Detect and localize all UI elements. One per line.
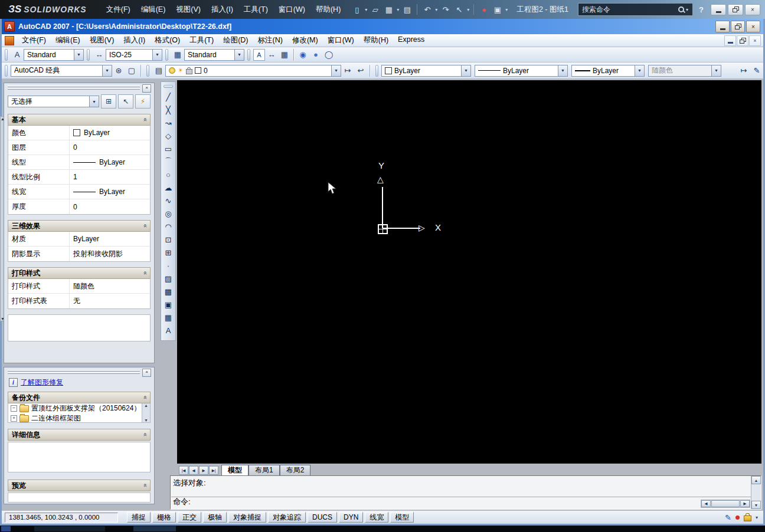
save-icon[interactable]: ▦	[382, 4, 395, 16]
restore-button[interactable]	[728, 4, 743, 15]
status-toggle-button[interactable]: 栅格	[152, 512, 176, 523]
close-button[interactable]: ×	[746, 21, 760, 32]
toolbar-grip[interactable]	[375, 65, 378, 77]
collapse-chevron-icon[interactable]	[141, 118, 148, 121]
dim-style-combo[interactable]: ISO-25	[106, 49, 162, 61]
table-style-combo[interactable]: Standard	[184, 49, 244, 61]
scroll-right-icon[interactable]: ▶	[740, 500, 750, 507]
table-row[interactable]: 线型比例 1	[8, 170, 150, 185]
menu-item[interactable]: 编辑(E)	[136, 2, 171, 17]
property-value[interactable]: 投射和接收阴影	[70, 247, 150, 261]
text-style-icon[interactable]: A	[11, 48, 24, 61]
autocad-titlebar[interactable]: A AutoCAD 2007 - [C:\Users\Administrator…	[2, 19, 763, 34]
section-header[interactable]: 打印样式	[8, 267, 151, 279]
table-row[interactable]: 线型 ByLayer	[8, 155, 150, 170]
status-toggle-button[interactable]: 极轴	[203, 512, 227, 523]
record-icon[interactable]: ●	[478, 4, 490, 16]
status-toggle-button[interactable]: 线宽	[365, 512, 388, 523]
chevron-down-icon[interactable]: ▾	[686, 7, 688, 12]
menu-item[interactable]: Express	[393, 34, 429, 47]
coordinate-readout[interactable]: 1381.3465, 100.3243 , 0.0000	[5, 513, 118, 523]
table-row[interactable]: 材质 ByLayer	[8, 232, 150, 247]
layer-on-icon[interactable]	[169, 67, 175, 74]
status-toggle-button[interactable]: 对象追踪	[268, 512, 306, 523]
table-row[interactable]: 线宽 ByLayer	[8, 185, 150, 199]
new-document-icon[interactable]: ▯	[351, 4, 363, 16]
chevron-down-icon[interactable]	[74, 50, 83, 60]
minimize-button[interactable]	[715, 21, 730, 32]
open-icon[interactable]: ▱	[369, 4, 381, 16]
collapse-chevron-icon[interactable]	[141, 396, 148, 399]
autocad-app-icon[interactable]: A	[4, 21, 15, 32]
draw-tool-button[interactable]: ▨	[162, 272, 175, 285]
toolbar-grip[interactable]	[247, 49, 250, 61]
chevron-down-icon[interactable]: ▾	[505, 7, 508, 12]
layer-thaw-icon[interactable]: ☀	[178, 67, 184, 74]
chevron-down-icon[interactable]	[89, 96, 99, 107]
draw-tool-button[interactable]: ∿	[162, 194, 175, 207]
collapse-chevron-icon[interactable]	[141, 484, 148, 487]
search-box[interactable]: 搜索命令 ▾	[578, 3, 693, 16]
property-value[interactable]: ByLayer	[70, 232, 150, 246]
recovery-help-link[interactable]: 了解图形修复	[21, 377, 63, 387]
menu-item[interactable]: 绘图(D)	[218, 34, 253, 47]
tab-layout2[interactable]: 布局2	[280, 465, 311, 475]
tree-item[interactable]: − 置顶红外面板支撑架（20150624）	[8, 403, 150, 413]
tree-item[interactable]: + 二连体组框架图	[8, 413, 150, 423]
close-button[interactable]: ×	[749, 35, 761, 46]
minimize-button[interactable]	[711, 4, 726, 15]
chevron-down-icon[interactable]	[152, 50, 162, 60]
tab-nav-button[interactable]: ▶|	[209, 466, 218, 475]
menu-item[interactable]: 文件(F)	[17, 34, 51, 47]
workspace-settings-icon[interactable]: ⊛	[112, 64, 125, 77]
chevron-down-icon[interactable]: ▾	[365, 7, 367, 12]
status-toggle-button[interactable]: 模型	[390, 512, 414, 523]
expand-node-icon[interactable]: +	[11, 415, 17, 422]
render-icon[interactable]: ◉	[296, 48, 309, 61]
dimension-style-icon[interactable]: ↔	[93, 48, 106, 61]
draw-tool-button[interactable]: ◎	[162, 207, 175, 220]
command-horizontal-scrollbar[interactable]: ◀ ▶	[701, 500, 750, 508]
toolbar-grip[interactable]	[164, 85, 173, 88]
property-value[interactable]: 随颜色	[70, 279, 150, 293]
draw-tool-button[interactable]: ⊡	[162, 233, 175, 246]
toolbar-grip[interactable]	[165, 49, 168, 61]
scroll-up-icon[interactable]: ▲	[144, 403, 148, 408]
property-value[interactable]: 无	[70, 294, 150, 308]
layer-previous-icon[interactable]: ↩	[354, 64, 367, 77]
drawing-canvas[interactable]: Y △ ▷ X	[177, 80, 761, 464]
menu-item[interactable]: 编辑(E)	[51, 34, 85, 47]
property-value[interactable]: ByLayer	[70, 155, 150, 169]
section-header[interactable]: 详细信息	[8, 429, 151, 441]
restore-button[interactable]	[737, 35, 748, 46]
selection-combo[interactable]: 无选择	[8, 96, 99, 107]
toolbar-grip[interactable]	[146, 65, 149, 77]
menu-item[interactable]: 工具(T)	[238, 2, 273, 17]
draw-tool-button[interactable]: ▣	[162, 298, 175, 311]
close-icon[interactable]: ×	[142, 369, 151, 377]
tree-scrollbar[interactable]: ▲ ▼	[142, 403, 150, 422]
menu-item[interactable]: 视图(V)	[171, 2, 206, 17]
make-object-layer-current-icon[interactable]: ↦	[341, 64, 354, 77]
close-icon[interactable]: ×	[142, 84, 151, 93]
scroll-down-icon[interactable]: ▼	[751, 501, 761, 509]
table-row[interactable]: 打印样式表 无	[8, 294, 150, 308]
draw-tool-button[interactable]: ◠	[162, 220, 175, 233]
palette-grip[interactable]: ×	[6, 369, 152, 375]
command-line-window[interactable]: 选择对象: 命令: ▲ ▼ ◀ ▶	[170, 475, 761, 510]
property-value[interactable]: 0	[70, 140, 150, 155]
layer-combo[interactable]: ☀ 0	[165, 65, 341, 77]
toolbar-grip[interactable]	[5, 65, 8, 77]
text-style-dialog-icon[interactable]: A	[253, 49, 265, 61]
alert-icon[interactable]	[735, 515, 740, 520]
draw-tool-button[interactable]: ╱	[162, 90, 175, 103]
menu-item[interactable]: 帮助(H)	[310, 2, 346, 17]
color-combo[interactable]: ByLayer	[381, 65, 471, 77]
sketch-icon[interactable]: ✎	[750, 64, 763, 77]
tab-nav-button[interactable]: ◀	[189, 466, 198, 475]
annotation-icon[interactable]: ✎	[725, 513, 731, 522]
scroll-down-icon[interactable]: ▼	[144, 418, 148, 422]
command-vertical-scrollbar[interactable]: ▲ ▼	[751, 476, 761, 509]
draw-tool-button[interactable]: ∙	[162, 259, 175, 272]
search-icon[interactable]	[678, 6, 685, 14]
